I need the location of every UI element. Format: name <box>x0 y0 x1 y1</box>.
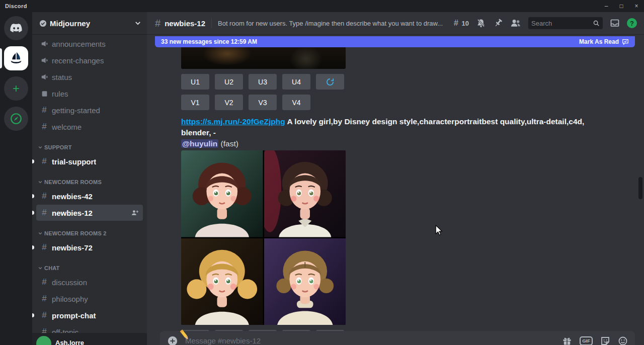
channel-sidebar: Midjourney announcements recent-changes … <box>32 12 147 345</box>
category-label: NEWCOMER ROOMS <box>44 179 102 185</box>
reroll-button[interactable] <box>316 74 344 90</box>
unread-indicator <box>32 159 34 163</box>
attachment-image-partial[interactable] <box>181 47 346 69</box>
channel-name: recent-changes <box>52 56 104 65</box>
prompt-link[interactable]: https://s.mj.run/-20fGeZjphg <box>181 117 285 126</box>
maximize-button[interactable]: □ <box>614 0 629 12</box>
channel-name: rules <box>52 90 68 98</box>
portrait-image <box>181 150 263 237</box>
upscale-u1-button[interactable]: U1 <box>181 74 209 90</box>
sidebar-item-philosophy[interactable]: # philosophy <box>36 291 143 307</box>
sticker-button[interactable] <box>600 336 610 345</box>
message-composer[interactable]: Message #newbies-12 GIF <box>160 331 635 345</box>
channel-title: newbies-12 <box>165 19 205 28</box>
variation-v3-button[interactable]: V3 <box>249 95 277 110</box>
sidebar-item-discussion[interactable]: # discussion <box>36 274 143 290</box>
sidebar-item-rules[interactable]: rules <box>36 85 143 102</box>
sidebar-item-welcome[interactable]: # welcome <box>36 119 143 135</box>
hash-icon: # <box>40 156 48 166</box>
help-button[interactable]: ? <box>627 18 637 28</box>
sidebar-item-newbies-42[interactable]: # newbies-42 <box>36 188 143 204</box>
generated-image-quadrant-3[interactable] <box>181 238 263 325</box>
category-chat[interactable]: CHAT <box>32 263 147 274</box>
search-input[interactable]: Search <box>528 17 603 29</box>
channel-name: philosophy <box>52 295 88 303</box>
header-toolbar: # 10 Search <box>452 17 637 29</box>
server-name: Midjourney <box>50 19 90 28</box>
upscale-u4-button[interactable]: U4 <box>282 74 310 90</box>
variation-v1-button[interactable]: V1 <box>181 95 209 110</box>
create-invite-icon[interactable] <box>131 209 139 217</box>
sidebar-item-newbies-72[interactable]: # newbies-72 <box>36 239 143 255</box>
server-header[interactable]: Midjourney <box>32 12 147 34</box>
new-messages-banner[interactable]: 33 new messages since 12:59 AM Mark As R… <box>155 36 635 47</box>
inbox-button[interactable] <box>610 18 620 28</box>
sidebar-item-trial-support[interactable]: # trial-support <box>36 153 143 169</box>
close-button[interactable]: × <box>629 0 644 12</box>
username: Ash.lorre <box>55 339 84 345</box>
pinned-messages-button[interactable] <box>493 18 503 28</box>
hash-icon: # <box>40 122 48 132</box>
discord-home-button[interactable] <box>4 16 28 40</box>
gift-button[interactable] <box>562 336 572 345</box>
attach-button[interactable] <box>167 335 178 345</box>
category-label: CHAT <box>44 265 60 271</box>
message-input-placeholder[interactable]: Message #newbies-12 <box>185 336 261 345</box>
add-server-button[interactable]: + <box>4 76 28 101</box>
generated-image-quadrant-4[interactable] <box>264 238 346 325</box>
channel-hash-icon: # <box>155 18 160 29</box>
mark-as-read-label: Mark As Read <box>579 38 619 45</box>
sidebar-item-getting-started[interactable]: # getting-started <box>36 102 143 118</box>
sidebar-item-announcements[interactable]: announcements <box>36 36 143 52</box>
generated-image-quadrant-2[interactable] <box>264 150 346 237</box>
channel-name: newbies-42 <box>52 192 93 201</box>
mark-as-read-button[interactable]: Mark As Read <box>579 38 629 45</box>
channel-name: prompt-chat <box>52 311 96 320</box>
explore-servers-button[interactable] <box>4 107 28 131</box>
chevron-down-icon <box>38 231 42 235</box>
new-messages-text: 33 new messages since 12:59 AM <box>161 38 257 45</box>
server-icon-midjourney[interactable] <box>4 46 28 70</box>
threads-hash-icon: # <box>452 19 460 28</box>
channel-name: newbies-72 <box>52 243 93 252</box>
sidebar-item-status[interactable]: status <box>36 69 143 85</box>
generated-image-quadrant-1[interactable] <box>181 150 263 237</box>
scrollbar[interactable] <box>638 177 642 199</box>
upscale-u3-button[interactable]: U3 <box>249 74 277 90</box>
gif-button[interactable]: GIF <box>580 336 593 345</box>
emoji-button[interactable] <box>618 336 628 345</box>
message-content: https://s.mj.run/-20fGeZjphg A lovely gi… <box>181 116 590 149</box>
plus-circle-icon <box>167 335 178 345</box>
threads-button[interactable]: # 10 <box>452 19 469 28</box>
plus-icon: + <box>13 81 20 96</box>
minimize-button[interactable]: – <box>599 0 614 12</box>
channel-topic[interactable]: Bot room for new users. Type /imagine th… <box>218 20 445 27</box>
chat-header: # newbies-12 Bot room for new users. Typ… <box>147 12 644 34</box>
rules-book-icon <box>40 91 48 97</box>
sidebar-item-newbies-12[interactable]: # newbies-12 <box>36 205 143 221</box>
divider <box>211 18 212 28</box>
channel-name: trial-support <box>52 157 96 166</box>
hash-icon: # <box>40 242 48 252</box>
member-list-button[interactable] <box>510 18 521 28</box>
variation-v2-button[interactable]: V2 <box>215 95 243 110</box>
hash-icon: # <box>40 310 48 320</box>
avatar[interactable] <box>36 336 51 345</box>
sidebar-item-prompt-chat[interactable]: # prompt-chat <box>36 307 143 323</box>
category-newcomer-rooms[interactable]: NEWCOMER ROOMS <box>32 177 147 188</box>
discord-logo-icon <box>10 23 23 33</box>
hash-icon: # <box>40 105 48 115</box>
category-newcomer-rooms-2[interactable]: NEWCOMER ROOMS 2 <box>32 228 147 239</box>
channel-name: discussion <box>52 278 87 287</box>
channel-name: status <box>52 73 72 81</box>
upscale-u2-button[interactable]: U2 <box>215 74 243 90</box>
user-mention[interactable]: @huyulin <box>181 139 218 148</box>
category-support[interactable]: SUPPORT <box>32 142 147 153</box>
variation-v4-button[interactable]: V4 <box>282 95 310 110</box>
notification-settings-button[interactable] <box>476 18 486 28</box>
generated-image-grid[interactable] <box>181 150 346 325</box>
gift-icon <box>562 336 572 345</box>
channel-name: getting-started <box>52 106 100 115</box>
sidebar-item-recent-changes[interactable]: recent-changes <box>36 52 143 68</box>
mode-label: (fast) <box>221 139 238 148</box>
